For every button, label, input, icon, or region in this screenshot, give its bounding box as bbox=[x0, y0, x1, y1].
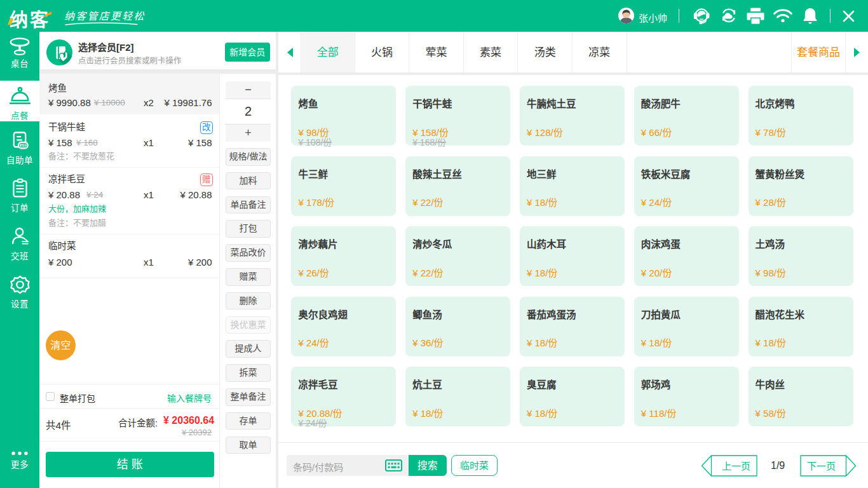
svg-text:上一页: 上一页 bbox=[722, 461, 750, 471]
svg-text:自助: 自助 bbox=[20, 143, 25, 147]
svg-text:下一页: 下一页 bbox=[807, 461, 836, 471]
